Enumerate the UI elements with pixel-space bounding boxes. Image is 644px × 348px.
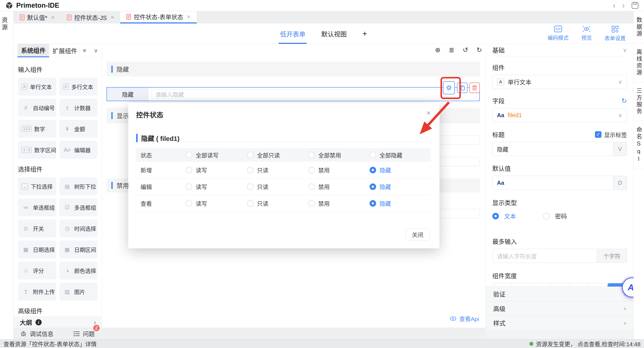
tab-close-icon[interactable]: × (187, 14, 190, 20)
title-input-addon[interactable]: V (613, 142, 627, 156)
refresh-icon[interactable]: ↻ (622, 97, 627, 105)
inspector-header[interactable]: 基础 ∨ (492, 44, 627, 56)
max-input-field[interactable]: 请输入字符长度 (492, 249, 597, 263)
default-value-input[interactable]: Aa (492, 176, 613, 190)
component-editor[interactable]: A≡编辑器 (60, 141, 98, 159)
strip-item-datasource[interactable]: 数据源 (634, 11, 644, 43)
table-header-row: 状态 全部读写 全部只读 全部禁用 全部隐藏 (136, 148, 431, 162)
header-all-readwrite[interactable]: 全部读写 (186, 151, 247, 159)
title-input[interactable]: 隐藏 (492, 142, 613, 156)
tab-default-value[interactable]: 默认值* × (14, 11, 61, 24)
option-disabled[interactable]: 禁用 (308, 183, 370, 191)
component-date-range[interactable]: ▦日期区间 (60, 240, 98, 258)
status-resource-detail[interactable]: 查看资源「控件状态-表单状态」详情 (4, 340, 97, 348)
field-select[interactable]: Aa filed1 ∨ (492, 108, 627, 122)
option-disabled[interactable]: 禁用 (308, 199, 370, 207)
radio-icon (308, 152, 315, 158)
save-icon[interactable] (631, 2, 639, 9)
component-auto-number[interactable]: #自动编号 (18, 99, 56, 117)
component-number-range[interactable]: 1~3数字区间 (18, 141, 56, 159)
nav-back-icon[interactable]: ‹ (613, 2, 616, 10)
component-menu-icon[interactable]: ≡ (83, 44, 86, 57)
option-hidden-selected[interactable]: 隐藏 (370, 199, 431, 207)
option-readonly[interactable]: 只读 (247, 166, 308, 174)
form-settings-button[interactable]: 表单设置 (604, 26, 626, 42)
option-hidden-selected[interactable]: 隐藏 (370, 183, 431, 191)
header-all-readonly[interactable]: 全部只读 (247, 151, 308, 159)
chevron-down-icon[interactable]: ∨ (623, 47, 627, 54)
section-style[interactable]: 样式 › (486, 315, 634, 330)
component-single-line-text[interactable]: A单行文本 (18, 78, 56, 96)
view-tab-lowcode-form[interactable]: 低开表单 (280, 24, 305, 44)
globe-icon[interactable]: ⊕ (435, 46, 440, 54)
component-tree-dropdown[interactable]: ▤树形下拉 (60, 177, 98, 195)
outline-icon[interactable]: ≣ (449, 46, 454, 54)
section-advanced[interactable]: 高级 › (486, 301, 634, 315)
resource-strip-label[interactable]: 资源 (0, 17, 13, 31)
undo-icon[interactable]: ↺ (463, 46, 468, 54)
option-readwrite[interactable]: 读写 (186, 183, 247, 191)
group-hidden[interactable]: 隐藏 (106, 62, 480, 76)
strip-item-named-sql[interactable]: 命名Sql (634, 121, 644, 169)
nav-forward-icon[interactable]: › (622, 2, 625, 10)
component-date-picker[interactable]: ▦日期选择 (18, 240, 56, 258)
document-icon (126, 14, 131, 20)
component-select[interactable]: A 单行文本 ∨ (492, 75, 627, 89)
radio-password[interactable] (543, 213, 550, 219)
header-all-hidden[interactable]: 全部隐藏 (370, 151, 431, 159)
code-mode-button[interactable]: 编码模式 (548, 26, 568, 42)
add-view-button[interactable]: + (362, 29, 367, 38)
view-tab-default-view[interactable]: 默认视图 (321, 24, 346, 44)
default-value-addon[interactable]: D (613, 176, 627, 190)
component-dropdown-select[interactable]: ⌄下拉选择 (18, 177, 56, 195)
field-delete-button[interactable] (469, 83, 480, 93)
field-copy-button[interactable] (457, 83, 468, 93)
close-icon[interactable]: × (426, 109, 431, 117)
component-multi-line-text[interactable]: A多行文本 (60, 78, 98, 96)
sidebar-collapse-icon[interactable]: ∨ (94, 44, 98, 57)
option-readwrite[interactable]: 读写 (186, 199, 247, 207)
radio-text-selected[interactable] (492, 213, 499, 219)
component-color-picker[interactable]: ◑颜色选择 (60, 261, 98, 279)
tab-system-components[interactable]: 系统组件 (18, 44, 49, 57)
component-counter[interactable]: ±计数器 (60, 99, 98, 117)
modal-close-button[interactable]: 关闭 (405, 228, 430, 240)
field-settings-gear-button[interactable] (443, 81, 455, 94)
tab-close-icon[interactable]: × (111, 14, 114, 21)
group-accent-bar (111, 66, 113, 73)
header-all-disabled[interactable]: 全部禁用 (308, 151, 370, 159)
tab-widget-state-form-state[interactable]: 控件状态-表单状态 × (120, 11, 196, 24)
tab-extension-components[interactable]: 扩展组件 (49, 44, 81, 57)
component-checkbox-group[interactable]: ☑多选框组 (60, 198, 98, 216)
selected-field-row[interactable]: 隐藏 请输入隐藏 (106, 87, 480, 101)
component-attachment-upload[interactable]: ↥附件上传 (18, 283, 56, 301)
tab-close-icon[interactable]: × (51, 14, 54, 21)
section-title-input: 输入组件 (18, 65, 98, 74)
component-number[interactable]: 123数字 (18, 120, 56, 138)
option-readonly[interactable]: 只读 (247, 199, 308, 207)
component-radio-group[interactable]: ≔单选框组 (18, 198, 56, 216)
view-api-link[interactable]: 查看Api (450, 314, 479, 322)
status-resource-changed[interactable]: 资源发生变更， 点击查看,检查时间:14:48 (529, 340, 640, 348)
date-picker-icon: ▦ (22, 246, 30, 253)
debug-info-button[interactable]: 调试信息 (20, 329, 54, 338)
component-time-picker[interactable]: ◷时间选择 (60, 219, 98, 237)
outline-row[interactable]: 大纲 i › (14, 317, 102, 328)
strip-item-third-party-service[interactable]: 三方服务 (634, 82, 644, 121)
option-readonly[interactable]: 只读 (247, 183, 308, 191)
component-rate[interactable]: ☆评分 (18, 261, 56, 279)
option-hidden-selected[interactable]: 隐藏 (370, 166, 431, 174)
tab-widget-state-js[interactable]: 控件状态-JS × (61, 11, 120, 24)
redo-icon[interactable]: ↻ (476, 46, 482, 54)
strip-item-offline-resource[interactable]: 离线资源 (634, 43, 644, 82)
preview-button[interactable]: 预览 (581, 26, 592, 42)
field-input[interactable]: 请输入隐藏 (152, 89, 476, 99)
section-validation[interactable]: 验证 › (486, 286, 634, 301)
option-readwrite[interactable]: 读写 (186, 166, 247, 174)
component-switch[interactable]: ⊙开关 (18, 219, 56, 237)
option-disabled[interactable]: 禁用 (308, 166, 370, 174)
component-image[interactable]: ▨图片 (60, 283, 98, 301)
show-label-checkbox[interactable]: ✓ 显示标签 (595, 131, 627, 139)
issues-button[interactable]: 问题 2 (73, 329, 95, 338)
component-amount[interactable]: ¥金额 (60, 120, 98, 138)
